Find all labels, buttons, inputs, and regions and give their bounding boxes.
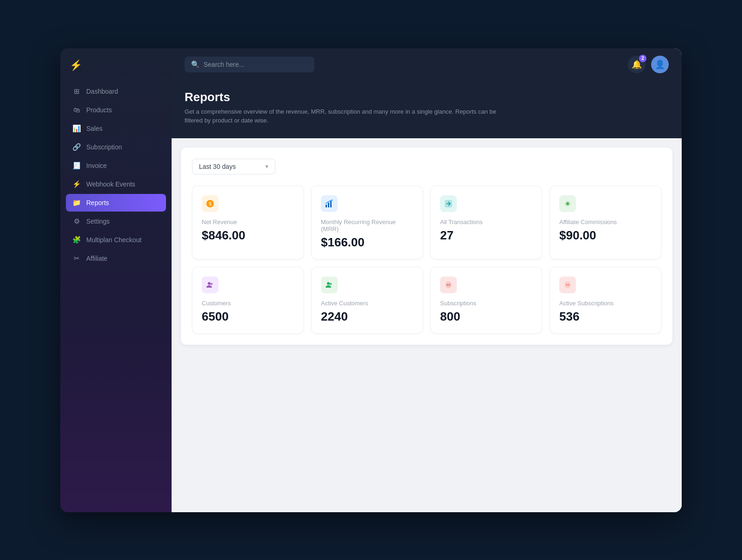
metric-card-mrr: Monthly Recurring Revenue (MRR) $166.00 xyxy=(311,186,423,259)
products-icon: 🛍 xyxy=(72,106,81,114)
net-revenue-value: $846.00 xyxy=(202,228,294,243)
active-customers-icon xyxy=(321,277,338,293)
page-subtitle: Get a comprehensive overview of the reve… xyxy=(185,107,509,125)
sidebar-item-webhook-events[interactable]: ⚡ Webhook Events xyxy=(66,175,166,193)
customers-icon xyxy=(202,277,218,293)
affiliate-commissions-value: $90.00 xyxy=(559,228,652,243)
active-subscriptions-label: Active Subscriptions xyxy=(559,300,652,307)
search-input[interactable] xyxy=(204,61,308,68)
notification-button[interactable]: 🔔 2 xyxy=(628,56,646,73)
subscriptions-value: 800 xyxy=(440,309,532,324)
active-customers-value: 2240 xyxy=(321,309,413,324)
sales-icon: 📊 xyxy=(72,124,81,133)
active-subscriptions-icon xyxy=(559,277,576,293)
sidebar-logo: ⚡ xyxy=(60,59,172,83)
subscriptions-icon xyxy=(440,277,457,293)
metric-card-active-customers: Active Customers 2240 xyxy=(311,267,423,334)
header-actions: 🔔 2 👤 xyxy=(628,56,669,73)
sidebar-item-label-sales: Sales xyxy=(86,125,102,132)
svg-point-9 xyxy=(211,283,213,285)
affiliate-icon: ✂ xyxy=(72,254,81,263)
multiplan-checkout-icon: 🧩 xyxy=(72,236,81,244)
filter-row: Last 30 days ▾ xyxy=(192,159,661,174)
chevron-down-icon: ▾ xyxy=(265,163,269,170)
svg-rect-3 xyxy=(328,203,329,207)
subscription-icon: 🔗 xyxy=(72,143,81,151)
header: 🔍 🔔 2 👤 xyxy=(172,48,682,81)
webhook-events-icon: ⚡ xyxy=(72,180,81,188)
sidebar-item-label-dashboard: Dashboard xyxy=(86,88,118,95)
sidebar-item-reports[interactable]: 📁 Reports xyxy=(66,194,166,212)
search-icon: 🔍 xyxy=(191,60,200,69)
svg-text:$: $ xyxy=(209,201,211,206)
avatar[interactable]: 👤 xyxy=(651,56,669,73)
svg-rect-2 xyxy=(326,205,327,207)
sidebar-item-label-products: Products xyxy=(86,106,112,114)
active-customers-label: Active Customers xyxy=(321,300,413,307)
content-card: Last 30 days ▾ $ Net Revenue $846.00 Mon… xyxy=(181,148,672,345)
all-transactions-label: All Transactions xyxy=(440,219,532,225)
customers-label: Customers xyxy=(202,300,294,307)
customers-value: 6500 xyxy=(202,309,294,324)
sidebar-item-label-reports: Reports xyxy=(86,199,109,206)
svg-point-10 xyxy=(327,282,330,285)
invoice-icon: 🧾 xyxy=(72,161,81,170)
page-header: Reports Get a comprehensive overview of … xyxy=(172,81,682,138)
settings-icon: ⚙ xyxy=(72,217,81,225)
mrr-label: Monthly Recurring Revenue (MRR) xyxy=(321,219,413,232)
sidebar-item-dashboard[interactable]: ⊞ Dashboard xyxy=(66,83,166,100)
subscriptions-label: Subscriptions xyxy=(440,300,532,307)
page-body: Reports Get a comprehensive overview of … xyxy=(172,81,682,512)
sidebar: ⚡ ⊞ Dashboard 🛍 Products 📊 Sales 🔗 Subsc… xyxy=(60,48,172,512)
sidebar-item-invoice[interactable]: 🧾 Invoice xyxy=(66,157,166,174)
sidebar-item-subscription[interactable]: 🔗 Subscription xyxy=(66,138,166,156)
net-revenue-label: Net Revenue xyxy=(202,219,294,225)
page-title: Reports xyxy=(185,90,669,104)
sidebar-item-label-affiliate: Affiliate xyxy=(86,255,108,262)
main-content: 🔍 🔔 2 👤 Reports Get a comprehensive over… xyxy=(172,48,682,512)
all-transactions-value: 27 xyxy=(440,228,532,243)
notification-badge: 2 xyxy=(639,55,646,62)
all-transactions-icon xyxy=(440,195,457,212)
affiliate-commissions-label: Affiliate Commissions xyxy=(559,219,652,225)
sidebar-item-label-subscription: Subscription xyxy=(86,143,122,151)
sidebar-item-products[interactable]: 🛍 Products xyxy=(66,101,166,119)
mrr-value: $166.00 xyxy=(321,235,413,250)
search-bar[interactable]: 🔍 xyxy=(185,57,314,72)
metric-card-subscriptions: Subscriptions 800 xyxy=(430,267,542,334)
svg-point-11 xyxy=(330,283,332,285)
sidebar-item-label-multiplan-checkout: Multiplan Checkout xyxy=(86,236,141,244)
date-filter-label: Last 30 days xyxy=(199,163,236,170)
sidebar-item-affiliate[interactable]: ✂ Affiliate xyxy=(66,250,166,267)
svg-point-7 xyxy=(566,202,569,205)
svg-point-8 xyxy=(208,282,211,285)
reports-icon: 📁 xyxy=(72,199,81,207)
metric-card-customers: Customers 6500 xyxy=(192,267,304,334)
affiliate-commissions-icon xyxy=(559,195,576,212)
sidebar-item-label-webhook-events: Webhook Events xyxy=(86,180,135,188)
active-subscriptions-value: 536 xyxy=(559,309,652,324)
metric-card-active-subscriptions: Active Subscriptions 536 xyxy=(550,267,661,334)
net-revenue-icon: $ xyxy=(202,195,218,212)
metrics-grid: $ Net Revenue $846.00 Monthly Recurring … xyxy=(192,186,661,334)
sidebar-item-multiplan-checkout[interactable]: 🧩 Multiplan Checkout xyxy=(66,231,166,249)
app-wrapper: ⚡ ⊞ Dashboard 🛍 Products 📊 Sales 🔗 Subsc… xyxy=(60,48,682,512)
sidebar-item-sales[interactable]: 📊 Sales xyxy=(66,120,166,137)
sidebar-nav: ⊞ Dashboard 🛍 Products 📊 Sales 🔗 Subscri… xyxy=(60,83,172,267)
dashboard-icon: ⊞ xyxy=(72,87,81,96)
metric-card-affiliate-commissions: Affiliate Commissions $90.00 xyxy=(550,186,661,259)
svg-rect-4 xyxy=(330,201,332,207)
sidebar-item-label-settings: Settings xyxy=(86,218,110,225)
date-filter[interactable]: Last 30 days ▾ xyxy=(192,159,275,174)
metric-card-all-transactions: All Transactions 27 xyxy=(430,186,542,259)
metric-card-net-revenue: $ Net Revenue $846.00 xyxy=(192,186,304,259)
sidebar-item-settings[interactable]: ⚙ Settings xyxy=(66,212,166,230)
sidebar-item-label-invoice: Invoice xyxy=(86,162,107,169)
mrr-icon xyxy=(321,195,338,212)
